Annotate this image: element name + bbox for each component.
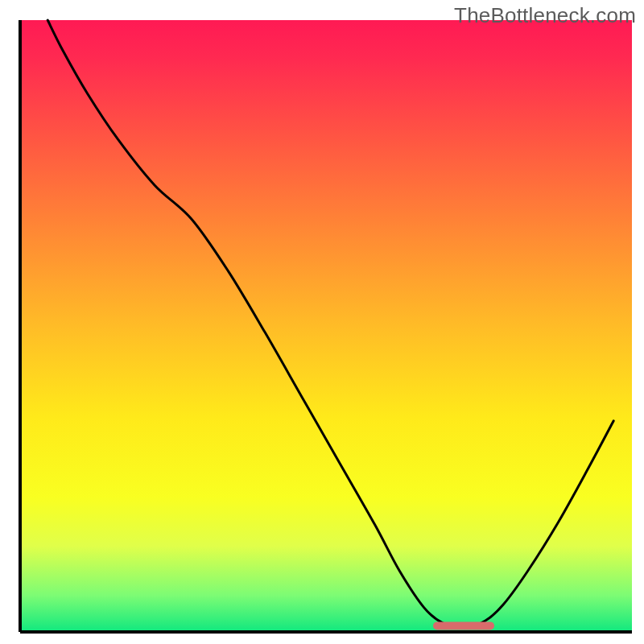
plot-background <box>20 20 632 632</box>
optimal-marker <box>433 621 494 630</box>
chart-container: TheBottleneck.com <box>0 0 644 644</box>
bottleneck-chart <box>0 0 644 644</box>
plot-area <box>20 20 632 632</box>
watermark-text: TheBottleneck.com <box>454 3 636 28</box>
